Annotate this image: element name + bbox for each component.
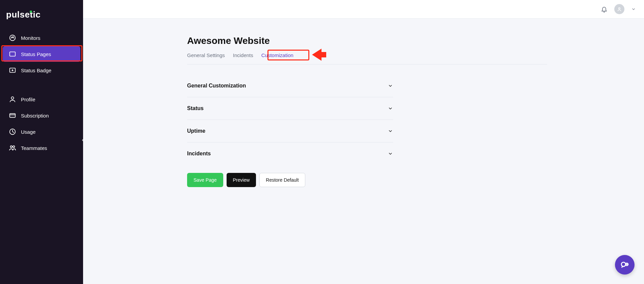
subscription-icon: [9, 112, 16, 119]
sidebar-item-teammates[interactable]: Teammates: [3, 140, 80, 156]
sidebar-item-usage[interactable]: Usage: [3, 124, 80, 139]
tab-customization[interactable]: Customization: [261, 52, 293, 58]
section-incidents[interactable]: Incidents: [187, 143, 393, 165]
monitors-icon: [9, 34, 16, 42]
sidebar-item-label: Subscription: [21, 113, 49, 119]
sidebar-item-profile[interactable]: Profile: [3, 92, 80, 107]
sidebar-item-subscription[interactable]: Subscription: [3, 108, 80, 123]
svg-rect-4: [10, 114, 16, 118]
user-avatar[interactable]: [614, 4, 624, 14]
svg-point-10: [621, 262, 626, 267]
svg-point-3: [11, 97, 14, 99]
sidebar-item-label: Status Pages: [21, 51, 51, 57]
sidebar-primary-nav: Monitors Status Pages Status Badge: [0, 30, 83, 78]
page-title: Awesome Website: [187, 35, 547, 46]
sidebar-item-label: Profile: [21, 97, 35, 102]
section-title: Status: [187, 105, 204, 111]
sidebar-item-label: Usage: [21, 129, 35, 135]
profile-icon: [9, 96, 16, 103]
save-page-button[interactable]: Save Page: [187, 173, 223, 187]
user-menu-toggle[interactable]: [631, 7, 636, 11]
svg-point-7: [10, 146, 12, 148]
sidebar-item-label: Teammates: [21, 145, 47, 151]
preview-button[interactable]: Preview: [227, 173, 256, 187]
section-status[interactable]: Status: [187, 97, 393, 120]
section-title: General Customization: [187, 83, 246, 89]
svg-rect-1: [10, 52, 16, 56]
svg-point-8: [13, 146, 15, 148]
sidebar-item-monitors[interactable]: Monitors: [3, 30, 80, 46]
sidebar-item-status-badge[interactable]: Status Badge: [3, 62, 80, 78]
section-title: Uptime: [187, 128, 205, 134]
sidebar-secondary-nav: Profile Subscription Usage Teammates: [0, 92, 83, 156]
top-header: [83, 0, 644, 19]
tab-general-settings[interactable]: General Settings: [187, 52, 225, 58]
section-general-customization[interactable]: General Customization: [187, 75, 393, 97]
section-uptime[interactable]: Uptime: [187, 120, 393, 143]
usage-icon: [9, 128, 16, 135]
customization-sections: General Customization Status Uptime Inci…: [187, 75, 393, 165]
sidebar-item-label: Monitors: [21, 35, 41, 41]
sidebar-item-label: Status Badge: [21, 68, 51, 73]
chevron-down-icon: [388, 83, 393, 88]
teammates-icon: [9, 144, 16, 152]
sidebar: pulsetic Monitors Status Pages Status Ba…: [0, 0, 83, 284]
brand-name: pulsetic: [6, 9, 41, 20]
tutorial-arrow-icon: [312, 49, 321, 61]
sidebar-item-status-pages[interactable]: Status Pages: [3, 46, 80, 62]
svg-point-9: [619, 8, 620, 9]
main-content: Awesome Website General Settings Inciden…: [83, 19, 644, 284]
action-buttons: Save Page Preview Restore Default: [187, 173, 547, 187]
notifications-button[interactable]: [601, 6, 608, 12]
restore-default-button[interactable]: Restore Default: [259, 173, 305, 187]
status-pages-icon: [9, 50, 16, 58]
help-chat-button[interactable]: [615, 255, 635, 275]
tabs: General Settings Incidents Customization: [187, 52, 547, 64]
chevron-down-icon: [388, 151, 393, 156]
chevron-down-icon: [388, 106, 393, 111]
brand-logo[interactable]: pulsetic: [0, 7, 83, 29]
status-badge-icon: [9, 67, 16, 74]
chevron-down-icon: [388, 128, 393, 134]
section-title: Incidents: [187, 151, 211, 157]
status-dot-icon: [30, 10, 32, 13]
tab-incidents[interactable]: Incidents: [233, 52, 253, 58]
